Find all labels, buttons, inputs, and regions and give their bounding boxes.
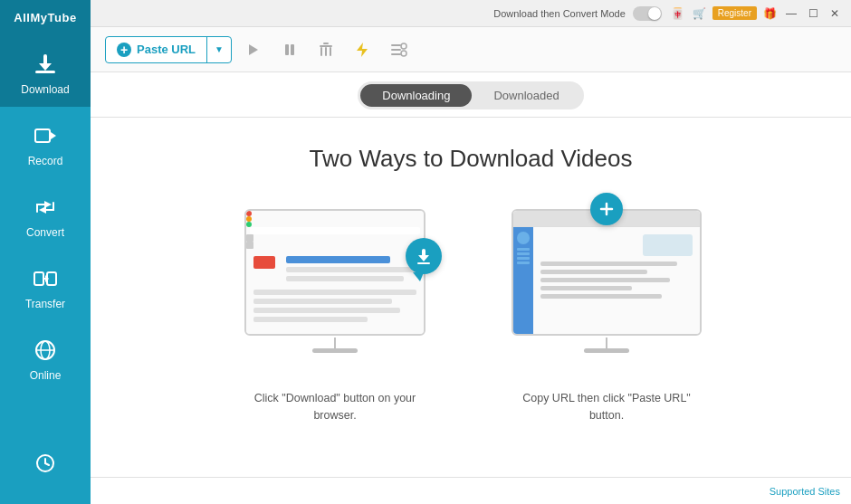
sidebar-item-clock[interactable] [31, 434, 60, 493]
svg-marker-2 [39, 63, 52, 71]
paste-url-button[interactable]: + Paste URL ▼ [105, 36, 232, 63]
svg-marker-6 [39, 206, 46, 214]
illustration-2-caption: Copy URL then click "Paste URL" button. [507, 390, 706, 424]
svg-rect-20 [320, 45, 332, 47]
maximize-icon[interactable]: ☐ [804, 5, 822, 23]
titlebar-controls: 🀄 🛒 Register 🎁 — ☐ ✕ [669, 5, 844, 23]
footer: Supported Sites [91, 477, 851, 504]
sidebar-item-record[interactable]: Record [0, 107, 91, 178]
illustration-1-caption: Click "Download" button on your browser. [235, 390, 435, 424]
main-panel: Download then Convert Mode 🀄 🛒 Register … [91, 0, 851, 504]
svg-rect-33 [417, 262, 430, 264]
svg-line-16 [45, 463, 49, 465]
clock-icon [31, 449, 60, 478]
tab-downloaded[interactable]: Downloaded [472, 84, 580, 107]
sidebar-item-record-label: Record [28, 155, 63, 167]
pause-button[interactable] [275, 35, 304, 64]
paste-url-plus-icon: + [117, 43, 131, 57]
illustration-2: Copy URL then click "Paste URL" button. [507, 209, 706, 424]
svg-rect-22 [320, 47, 322, 56]
download-icon [31, 50, 60, 79]
illustrations: Click "Download" button on your browser. [235, 209, 706, 424]
svg-rect-28 [391, 53, 401, 55]
svg-marker-32 [418, 255, 429, 262]
sidebar-item-transfer-label: Transfer [25, 298, 65, 310]
gift-icon: 🎁 [760, 5, 779, 23]
svg-rect-3 [35, 129, 50, 142]
svg-rect-18 [285, 44, 289, 55]
paste-url-main[interactable]: + Paste URL [106, 37, 207, 62]
titlebar: Download then Convert Mode 🀄 🛒 Register … [91, 0, 851, 27]
monitor-1 [244, 209, 426, 336]
tab-downloading[interactable]: Downloading [360, 84, 472, 107]
content-title: Two Ways to Download Videos [310, 145, 633, 173]
svg-rect-27 [391, 49, 401, 51]
mahjong-icon: 🀄 [669, 5, 687, 23]
svg-rect-24 [330, 47, 331, 56]
convert-icon [31, 193, 60, 222]
sidebar-item-online-label: Online [30, 369, 62, 382]
lightning-button[interactable] [348, 35, 377, 64]
svg-rect-26 [391, 44, 401, 46]
svg-point-29 [401, 43, 406, 49]
download-convert-mode: Download then Convert Mode [493, 6, 662, 21]
svg-rect-19 [291, 44, 294, 55]
svg-point-30 [401, 51, 406, 56]
download-convert-label: Download then Convert Mode [493, 8, 626, 19]
sidebar-item-download-label: Download [21, 83, 69, 96]
transfer-icon [31, 264, 60, 293]
svg-marker-25 [357, 43, 368, 57]
record-icon [31, 121, 60, 150]
app-logo: AllMyTube [0, 0, 91, 35]
paste-url-dropdown[interactable]: ▼ [207, 39, 231, 60]
illustration-1: Click "Download" button on your browser. [235, 209, 435, 424]
monitor-2 [512, 209, 702, 336]
svg-rect-23 [325, 47, 327, 56]
tabs: Downloading Downloaded [91, 72, 851, 118]
download-bubble [406, 238, 442, 274]
close-icon[interactable]: ✕ [826, 5, 844, 23]
sidebar-item-convert-label: Convert [26, 226, 64, 239]
sidebar: AllMyTube Download Record [0, 0, 91, 504]
paste-bubble [590, 193, 623, 225]
svg-rect-0 [35, 71, 55, 73]
toolbar: + Paste URL ▼ [91, 27, 851, 72]
svg-rect-7 [34, 272, 43, 285]
sidebar-bottom [31, 434, 60, 504]
minimize-icon[interactable]: — [782, 5, 800, 23]
svg-marker-4 [51, 132, 56, 139]
sidebar-item-convert[interactable]: Convert [0, 178, 91, 250]
tab-group: Downloading Downloaded [358, 81, 583, 109]
content-area: Two Ways to Download Videos [91, 118, 851, 477]
cart-icon: 🛒 [691, 5, 709, 23]
play-button[interactable] [239, 35, 268, 64]
toggle-knob [648, 7, 661, 20]
download-convert-toggle[interactable] [633, 6, 662, 21]
menu-button[interactable] [384, 35, 413, 64]
online-icon [31, 336, 60, 365]
sidebar-item-online[interactable]: Online [0, 321, 91, 393]
sidebar-item-download[interactable]: Download [0, 35, 91, 107]
sidebar-item-transfer[interactable]: Transfer [0, 250, 91, 321]
delete-button[interactable] [311, 35, 340, 64]
supported-sites-link[interactable]: Supported Sites [770, 486, 840, 497]
svg-marker-17 [249, 44, 258, 55]
svg-rect-21 [323, 43, 329, 44]
paste-url-label: Paste URL [137, 43, 196, 56]
register-button[interactable]: Register [712, 6, 757, 20]
